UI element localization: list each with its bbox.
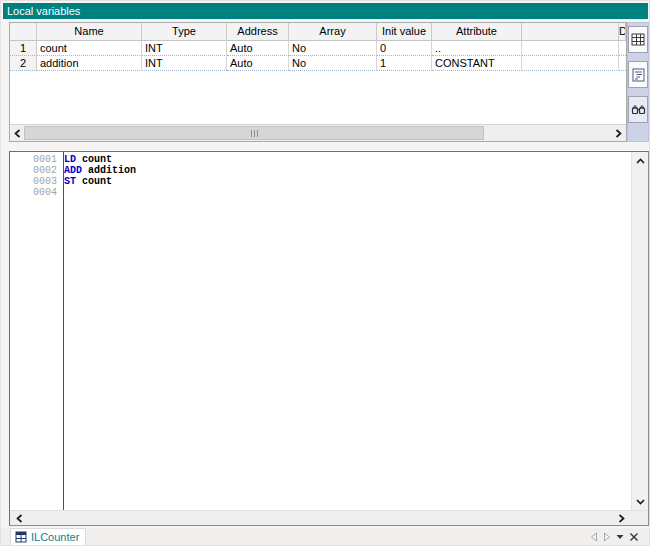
editor-horizontal-scrollbar[interactable] [10,510,648,525]
cell-array[interactable]: No [289,41,377,56]
triangle-down-icon [616,534,624,540]
document-tab-bar: ILCounter [1,528,650,546]
column-header-init-value[interactable]: Init value [377,23,432,41]
tab-ilcounter[interactable]: ILCounter [10,528,86,546]
gutter-separator [63,152,64,510]
code-line[interactable]: 0003 STcount [10,176,631,187]
code-area[interactable]: 0001 LDcount 0002 ADDaddition 0003 STcou… [10,152,631,510]
cell-attribute[interactable]: CONSTANT [432,56,522,71]
local-variables-grid: Name Type Address Array Init value Attri… [9,22,627,142]
cell-blank[interactable] [522,41,619,56]
il-keyword: ADD [64,165,82,176]
chevron-right-icon [614,129,622,138]
triangle-left-icon [590,532,598,542]
table-row[interactable]: 2 addition INT Auto No 1 CONSTANT [10,56,626,71]
cell-name[interactable]: count [37,41,142,56]
il-keyword: ST [64,176,76,187]
triangle-right-icon [603,532,611,542]
il-code-editor[interactable]: 0001 LDcount 0002 ADDaddition 0003 STcou… [9,151,649,526]
column-header-attribute[interactable]: Attribute [432,23,522,41]
code-line[interactable]: 0004 [10,187,631,198]
variable-editor-window: Local variables Name Type Address Array … [0,0,650,546]
column-header-array[interactable]: Array [289,23,377,41]
variable-list-icon [632,68,645,82]
grid-view-button[interactable] [628,26,648,53]
cell-address[interactable]: Auto [227,56,289,71]
cell-name[interactable]: addition [37,56,142,71]
close-document-button[interactable] [629,532,639,542]
tab-navigation [590,532,639,542]
table-horizontal-scrollbar[interactable] [10,124,626,141]
code-line[interactable]: 0002 ADDaddition [10,165,631,176]
tab-list-dropdown-button[interactable] [616,534,624,540]
program-grid-icon [15,531,27,543]
cell-description[interactable] [619,56,626,71]
scroll-down-button[interactable] [632,494,648,508]
thumb-grip-icon [254,130,255,137]
column-header-type[interactable]: Type [142,23,227,41]
chevron-left-icon [16,514,24,523]
thumb-grip-icon [251,130,252,137]
row-number[interactable]: 2 [10,56,37,71]
scroll-right-button[interactable] [613,511,629,525]
cell-init-value[interactable]: 1 [377,56,432,71]
row-number[interactable]: 1 [10,41,37,56]
chevron-up-icon [636,158,645,165]
thumb-grip-icon [257,130,258,137]
close-icon [629,532,639,542]
cell-init-value[interactable]: 0 [377,41,432,56]
variables-table: Name Type Address Array Init value Attri… [10,23,626,71]
chevron-down-icon [636,498,645,505]
cell-description[interactable] [619,41,626,56]
panel-title-bar: Local variables [3,3,648,19]
il-operand: addition [88,165,136,176]
find-button[interactable] [628,96,648,123]
variable-list-view-button[interactable] [628,61,648,88]
table-header-row: Name Type Address Array Init value Attri… [10,23,626,41]
column-header-blank[interactable] [522,23,619,41]
line-number: 0003 [10,176,61,187]
editor-vertical-scrollbar[interactable] [631,152,648,510]
scroll-right-button[interactable] [610,125,626,141]
line-number: 0001 [10,154,61,165]
cell-blank[interactable] [522,56,619,71]
column-header-name[interactable]: Name [37,23,142,41]
grid-view-icon [631,33,645,46]
scroll-up-button[interactable] [632,154,648,168]
column-header-address[interactable]: Address [227,23,289,41]
tab-label: ILCounter [31,531,79,543]
table-row[interactable]: 1 count INT Auto No 0 .. [10,41,626,56]
cell-type[interactable]: INT [142,41,227,56]
panel-title: Local variables [7,5,80,17]
code-line[interactable]: 0001 LDcount [10,154,631,165]
chevron-left-icon [14,129,22,138]
chevron-right-icon [617,514,625,523]
line-number: 0004 [10,187,61,198]
next-tab-button[interactable] [603,532,611,542]
column-header-rownum[interactable] [10,23,37,41]
il-keyword: LD [64,154,76,165]
cell-type[interactable]: INT [142,56,227,71]
table-scrollbar-thumb[interactable] [24,126,484,140]
il-operand: count [82,176,112,187]
line-number: 0002 [10,165,61,176]
cell-attribute[interactable]: .. [432,41,522,56]
column-header-description-clipped[interactable]: D [619,23,626,41]
scroll-left-button[interactable] [12,511,28,525]
binoculars-icon [631,104,646,115]
cell-array[interactable]: No [289,56,377,71]
variable-panel-toolbar [627,22,649,142]
cell-address[interactable]: Auto [227,41,289,56]
previous-tab-button[interactable] [590,532,598,542]
il-operand: count [82,154,112,165]
